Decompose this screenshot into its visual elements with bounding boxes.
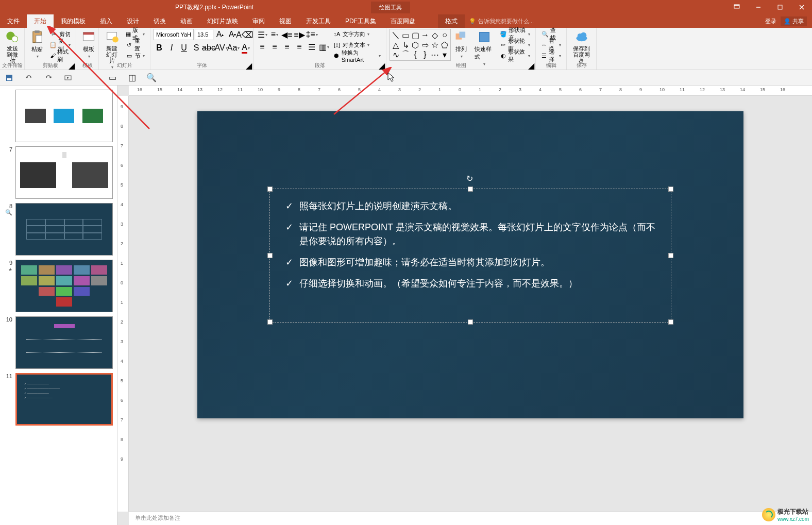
clipboard-launcher[interactable]: ◢ xyxy=(69,62,75,69)
numbering-button[interactable]: ≡▾ xyxy=(269,29,280,40)
rotate-handle-icon[interactable]: ↻ xyxy=(466,174,475,182)
horizontal-ruler[interactable]: 1615141312111098765432101234567891011121… xyxy=(129,86,812,96)
shape-arc-icon[interactable]: ⌒ xyxy=(401,50,410,59)
share-button[interactable]: 👤 共享 xyxy=(781,16,807,26)
save-button[interactable] xyxy=(4,73,14,83)
tab-home[interactable]: 开始 xyxy=(27,14,54,28)
bullet-text-4[interactable]: 仔细选择切换和动画。（希望受众如何专注于内容，而不是效果。） xyxy=(299,277,578,291)
shape-curve-icon[interactable]: ∿ xyxy=(391,50,400,59)
tab-insert[interactable]: 插入 xyxy=(93,14,120,28)
shape-brace2-icon[interactable]: } xyxy=(420,50,430,59)
drawing-launcher[interactable]: ◢ xyxy=(528,62,534,69)
text-direction-button[interactable]: ↕A文字方向▾ xyxy=(331,29,383,39)
slide-thumb-6[interactable] xyxy=(15,90,113,142)
ribbon-options-icon[interactable] xyxy=(726,0,747,14)
align-right-button[interactable]: ≡ xyxy=(281,41,293,53)
start-from-beginning-button[interactable] xyxy=(63,73,73,83)
align-left-button[interactable]: ≡ xyxy=(257,41,268,53)
tab-slideshow[interactable]: 幻灯片放映 xyxy=(200,14,245,28)
notes-area[interactable]: 单击此处添加备注 xyxy=(129,512,812,525)
shape-star-icon[interactable]: ☆ xyxy=(430,40,439,49)
canvas-area[interactable]: ↻ ✓照每张幻灯片上的说明创建演示文稿。 ✓请记住 POWERPOINT 是演示… xyxy=(129,96,812,512)
font-size-select[interactable] xyxy=(195,29,213,40)
resize-handle-br[interactable] xyxy=(668,319,673,325)
reset-button[interactable]: ↺重置 xyxy=(123,40,147,50)
arrange-button[interactable]: 排列▾ xyxy=(452,29,470,60)
slide-thumb-7[interactable] xyxy=(15,146,113,199)
underline-button[interactable]: U xyxy=(178,42,190,54)
decrease-indent-button[interactable]: ◀≡ xyxy=(281,29,293,40)
section-button[interactable]: ▭节▾ xyxy=(123,50,147,61)
resize-handle-tl[interactable] xyxy=(267,187,273,192)
bullets-button[interactable]: ☰▾ xyxy=(257,29,268,40)
tab-baidu[interactable]: 百度网盘 xyxy=(383,14,422,28)
bullet-text-1[interactable]: 照每张幻灯片上的说明创建演示文稿。 xyxy=(299,199,457,213)
shape-rect-icon[interactable]: ▭ xyxy=(401,30,410,40)
shape-arrow2-icon[interactable]: ⇨ xyxy=(420,40,430,49)
redo-button[interactable] xyxy=(43,73,54,83)
format-painter-button[interactable]: 🖌格式刷 xyxy=(47,50,73,61)
strikethrough-button[interactable]: abc xyxy=(203,42,214,54)
undo-button[interactable] xyxy=(24,73,34,83)
columns-button[interactable]: ▥▾ xyxy=(318,41,330,53)
tab-animation[interactable]: 动画 xyxy=(173,14,200,28)
slide-thumbnail-panel[interactable]: 7 8🔍 9★ 10 xyxy=(0,86,117,525)
change-case-button[interactable]: Aa▾ xyxy=(228,42,239,54)
resize-handle-ml[interactable] xyxy=(267,253,273,258)
clear-format-button[interactable]: A⌫ xyxy=(239,29,250,40)
maximize-button[interactable] xyxy=(770,0,790,14)
slide-thumb-8[interactable] xyxy=(15,203,113,256)
resize-handle-mr[interactable] xyxy=(668,253,673,258)
font-name-select[interactable] xyxy=(154,29,194,40)
qat-btn-a[interactable]: ▭ xyxy=(107,73,117,83)
italic-button[interactable]: I xyxy=(166,42,177,54)
close-button[interactable] xyxy=(791,0,812,14)
login-link[interactable]: 登录 xyxy=(765,18,776,25)
tab-review[interactable]: 审阅 xyxy=(245,14,272,28)
font-color-button[interactable]: A▾ xyxy=(240,42,251,54)
shadow-button[interactable]: S xyxy=(191,42,202,54)
save-baidu-button[interactable]: 保存到 百度网盘 xyxy=(570,29,593,65)
slide-thumb-9[interactable] xyxy=(15,260,113,312)
bullet-text-3[interactable]: 图像和图形可增加趣味；请务必在适当时将其添加到幻灯片。 xyxy=(299,256,550,269)
shape-arrow-icon[interactable]: → xyxy=(420,30,430,40)
tab-mytemplate[interactable]: 我的模板 xyxy=(54,14,93,28)
template-button[interactable]: 模板▾ xyxy=(79,29,98,60)
tab-format[interactable]: 格式 xyxy=(438,14,465,28)
shape-expand-icon[interactable]: ▾ xyxy=(440,50,449,59)
shapes-gallery[interactable]: ＼ ▭ ▢ → ◇ ○ △ ↳ ⬡ ⇨ ☆ ⬠ ∿ ⌒ { } ⋯ ▾ xyxy=(390,29,451,61)
shape-more-icon[interactable]: ⋯ xyxy=(430,50,439,59)
paste-button[interactable]: 粘贴▾ xyxy=(28,29,46,60)
shape-connector-icon[interactable]: ↳ xyxy=(401,40,410,49)
resize-handle-bm[interactable] xyxy=(468,319,473,325)
tab-transition[interactable]: 切换 xyxy=(146,14,173,28)
increase-indent-button[interactable]: ≡▶ xyxy=(294,29,305,40)
shape-line-icon[interactable]: ＼ xyxy=(391,30,400,40)
paragraph-launcher[interactable]: ◢ xyxy=(379,62,385,69)
bullet-text-2[interactable]: 请记住 POWERPOINT 是演示文稿的视觉效果。每张幻灯片上的文字仅作为论点… xyxy=(299,221,655,248)
shape-rect2-icon[interactable]: ▢ xyxy=(411,30,420,40)
tab-developer[interactable]: 开发工具 xyxy=(299,14,338,28)
shape-callout-icon[interactable]: ⬠ xyxy=(440,40,449,49)
shape-triangle-icon[interactable]: △ xyxy=(391,40,400,49)
tab-file[interactable]: 文件 xyxy=(0,14,27,28)
slide-thumb-11[interactable]: ✓ ──────────── ✓ ────────────────── ✓ ──… xyxy=(15,373,113,426)
resize-handle-tr[interactable] xyxy=(668,187,673,192)
vertical-ruler[interactable]: 9876543210123456789 xyxy=(117,96,129,512)
send-to-wechat-button[interactable]: 发送 到微信 xyxy=(3,29,22,65)
shape-oval-icon[interactable]: ○ xyxy=(440,30,449,40)
tab-view[interactable]: 视图 xyxy=(272,14,299,28)
qat-btn-b[interactable]: ◫ xyxy=(127,73,137,83)
smartart-button[interactable]: ⬢转换为 SmartArt▾ xyxy=(331,50,383,61)
shape-effect-button[interactable]: ◐形状效果▾ xyxy=(498,50,532,61)
resize-handle-bl[interactable] xyxy=(267,319,273,325)
slide-canvas[interactable]: ↻ ✓照每张幻灯片上的说明创建演示文稿。 ✓请记住 POWERPOINT 是演示… xyxy=(197,111,743,418)
increase-font-button[interactable]: A▴ xyxy=(214,29,226,40)
tab-pdf[interactable]: PDF工具集 xyxy=(338,14,383,28)
shape-brace-icon[interactable]: { xyxy=(411,50,420,59)
bold-button[interactable]: B xyxy=(154,42,165,54)
justify-button[interactable]: ≡ xyxy=(294,41,305,53)
shape-hexagon-icon[interactable]: ⬡ xyxy=(411,40,420,49)
select-button[interactable]: ☰选择▾ xyxy=(539,50,563,61)
char-spacing-button[interactable]: AV▾ xyxy=(215,42,227,54)
